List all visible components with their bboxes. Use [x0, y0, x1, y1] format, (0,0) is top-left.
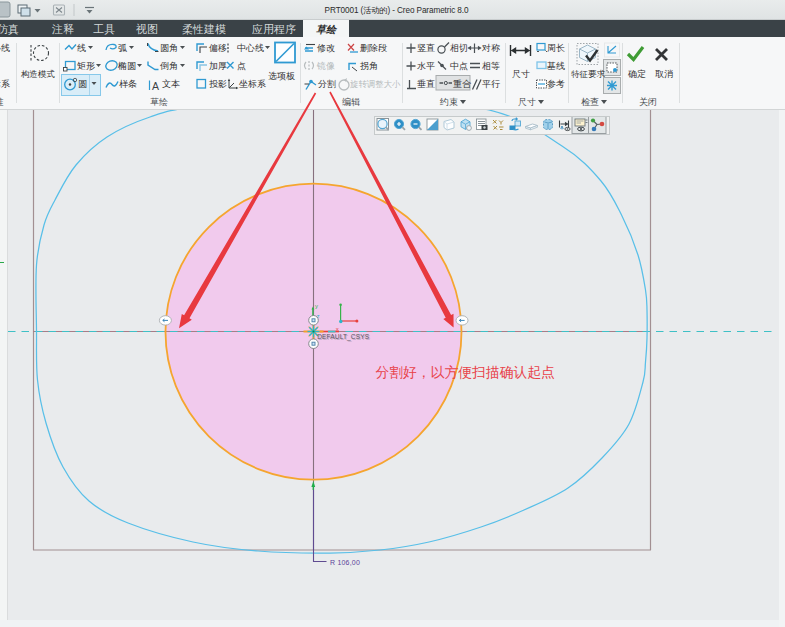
svg-text:y: y: [315, 303, 318, 309]
svg-text:x: x: [336, 326, 339, 332]
svg-text:R 106,00: R 106,00: [330, 559, 360, 566]
svg-text:DEFAULT_CSYS: DEFAULT_CSYS: [317, 333, 370, 341]
svg-text:A: A: [152, 80, 159, 92]
svg-text:分割好，以方便扫描确认起点: 分割好，以方便扫描确认起点: [376, 365, 556, 380]
